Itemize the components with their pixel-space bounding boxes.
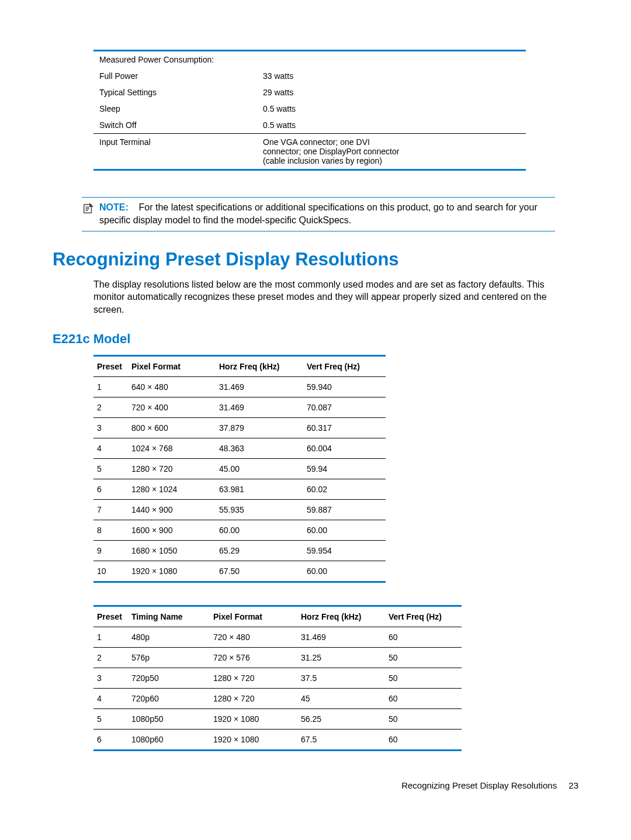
cell: 50 [389, 653, 462, 662]
cell: 60.00 [307, 566, 386, 576]
spec-label: Typical Settings [93, 88, 263, 97]
spec-row: Switch Off0.5 watts [93, 117, 526, 134]
cell: 67.5 [301, 735, 389, 744]
cell: 720 × 576 [213, 653, 301, 662]
col-header: Horz Freq (kHz) [219, 362, 307, 371]
cell: 31.469 [301, 632, 389, 642]
cell: 60.317 [307, 423, 386, 433]
cell: 1 [93, 632, 131, 642]
cell: 59.940 [307, 382, 386, 392]
table-row: 1480p720 × 48031.46960 [93, 627, 462, 648]
cell: 59.887 [307, 505, 386, 514]
cell: 37.879 [219, 423, 307, 433]
cell: 60.004 [307, 444, 386, 453]
col-header: Vert Freq (Hz) [307, 362, 386, 371]
cell: 8 [93, 526, 131, 535]
cell: 60.00 [307, 526, 386, 535]
cell: 6 [93, 735, 131, 744]
cell: 37.5 [301, 673, 389, 683]
cell: 6 [93, 485, 131, 494]
cell: 1 [93, 382, 131, 392]
cell: 1080p50 [131, 714, 213, 724]
cell: 3 [93, 423, 131, 433]
preset-table-1: Preset Pixel Format Horz Freq (kHz) Vert… [93, 355, 386, 583]
cell: 50 [389, 673, 462, 683]
model-heading: E221c Model [53, 331, 578, 347]
cell: 1080p60 [131, 735, 213, 744]
intro-paragraph: The display resolutions listed below are… [93, 278, 555, 316]
cell: 5 [93, 714, 131, 724]
table-row: 81600 × 90060.0060.00 [93, 520, 386, 541]
cell: 1280 × 720 [213, 673, 301, 683]
cell: 48.363 [219, 444, 307, 453]
cell: 1440 × 900 [131, 505, 219, 514]
table-row: 3800 × 60037.87960.317 [93, 418, 386, 438]
spec-input-terminal-label: Input Terminal [93, 137, 263, 165]
table-row: 2576p720 × 57631.2550 [93, 648, 462, 668]
cell: 60 [389, 694, 462, 703]
cell: 1920 × 1080 [131, 566, 219, 576]
cell: 31.469 [219, 382, 307, 392]
table-row: 1640 × 48031.46959.940 [93, 377, 386, 397]
table-row: 3720p501280 × 72037.550 [93, 668, 462, 689]
spec-label: Switch Off [93, 120, 263, 130]
cell: 1024 × 768 [131, 444, 219, 453]
table-row: 91680 × 105065.2959.954 [93, 541, 386, 561]
col-header: Preset [93, 612, 131, 621]
cell: 720p60 [131, 694, 213, 703]
spec-value: 0.5 watts [263, 104, 526, 113]
cell: 4 [93, 444, 131, 453]
page-footer: Recognizing Preset Display Resolutions 2… [53, 780, 578, 790]
spec-row: Typical Settings29 watts [93, 84, 526, 101]
table-row: 51080p501920 × 108056.2550 [93, 709, 462, 730]
cell: 65.29 [219, 546, 307, 555]
cell: 1680 × 1050 [131, 546, 219, 555]
cell: 1920 × 1080 [213, 735, 301, 744]
cell: 576p [131, 653, 213, 662]
cell: 9 [93, 546, 131, 555]
cell: 1280 × 720 [213, 694, 301, 703]
cell: 60 [389, 735, 462, 744]
cell: 480p [131, 632, 213, 642]
cell: 720 × 400 [131, 403, 219, 412]
cell: 1920 × 1080 [213, 714, 301, 724]
col-header: Vert Freq (Hz) [389, 612, 462, 621]
cell: 31.469 [219, 403, 307, 412]
cell: 5 [93, 464, 131, 473]
spec-table: Measured Power Consumption: Full Power33… [93, 50, 526, 171]
page-heading: Recognizing Preset Display Resolutions [53, 249, 578, 270]
col-header: Timing Name [131, 612, 213, 621]
cell: 7 [93, 505, 131, 514]
cell: 45 [301, 694, 389, 703]
note-icon [82, 201, 99, 227]
cell: 60.00 [219, 526, 307, 535]
cell: 1280 × 1024 [131, 485, 219, 494]
cell: 2 [93, 653, 131, 662]
cell: 59.94 [307, 464, 386, 473]
spec-row: Full Power33 watts [93, 68, 526, 84]
table-row: 4720p601280 × 7204560 [93, 689, 462, 709]
col-header: Pixel Format [131, 362, 219, 371]
col-header: Preset [93, 362, 131, 371]
spec-header-label: Measured Power Consumption: [93, 55, 263, 64]
cell: 45.00 [219, 464, 307, 473]
cell: 63.981 [219, 485, 307, 494]
cell: 2 [93, 403, 131, 412]
cell: 720 × 480 [213, 632, 301, 642]
table-row: 101920 × 108067.5060.00 [93, 561, 386, 581]
col-header: Pixel Format [213, 612, 301, 621]
note-text: For the latest specifications or additio… [99, 202, 538, 225]
table-row: 41024 × 76848.36360.004 [93, 438, 386, 459]
table-row: 51280 × 72045.0059.94 [93, 459, 386, 479]
cell: 60.02 [307, 485, 386, 494]
table-header: Preset Pixel Format Horz Freq (kHz) Vert… [93, 357, 386, 377]
page-number: 23 [568, 780, 578, 790]
cell: 640 × 480 [131, 382, 219, 392]
table-row: 2720 × 40031.46970.087 [93, 397, 386, 418]
spec-header-row: Measured Power Consumption: [93, 51, 526, 68]
spec-label: Sleep [93, 104, 263, 113]
cell: 56.25 [301, 714, 389, 724]
col-header: Horz Freq (kHz) [301, 612, 389, 621]
cell: 1600 × 900 [131, 526, 219, 535]
spec-value: 29 watts [263, 88, 526, 97]
